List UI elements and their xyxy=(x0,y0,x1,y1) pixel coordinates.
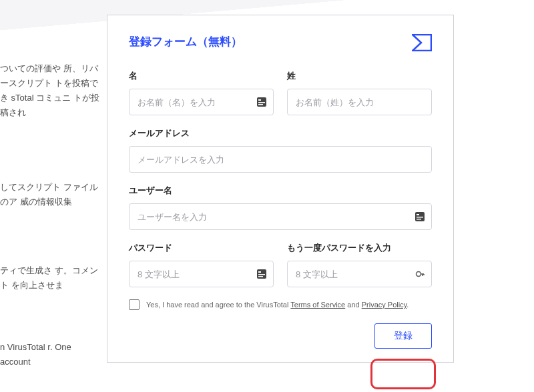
last-name-input[interactable] xyxy=(287,89,432,115)
last-name-group: 姓 xyxy=(287,70,432,115)
virustotal-logo-icon xyxy=(412,34,432,51)
agreement-suffix: . xyxy=(407,301,409,309)
password-confirm-label: もう一度パスワードを入力 xyxy=(287,242,432,254)
submit-button[interactable]: 登録 xyxy=(374,323,432,349)
username-group: ユーザー名 xyxy=(129,185,432,230)
tos-link[interactable]: Terms of Service xyxy=(290,301,345,309)
email-label: メールアドレス xyxy=(129,127,432,139)
password-input[interactable] xyxy=(129,261,274,287)
signup-modal: 登録フォーム（無料） 名 姓 メールアドレス xyxy=(107,15,454,363)
annotation-highlight xyxy=(370,359,436,389)
agreement-row: Yes, I have read and agree to the VirusT… xyxy=(129,299,432,310)
password-confirm-input[interactable] xyxy=(287,261,432,287)
background-text-1: ついての評価や 所、リバースクリプト トを投稿でき sTotal コミュニ トが… xyxy=(0,61,100,120)
password-label: パスワード xyxy=(129,242,274,254)
password-group: パスワード xyxy=(129,242,274,287)
modal-header: 登録フォーム（無料） xyxy=(129,34,432,51)
agreement-prefix: Yes, I have read and agree to the VirusT… xyxy=(146,301,290,309)
actions-row: 登録 xyxy=(129,323,432,349)
agreement-mid: and xyxy=(345,301,361,309)
background-text-2: してスクリプト ファイルのア 威の情報収集 xyxy=(0,180,100,209)
email-group: メールアドレス xyxy=(129,127,432,173)
email-input[interactable] xyxy=(129,146,432,173)
last-name-label: 姓 xyxy=(287,70,432,82)
first-name-input[interactable] xyxy=(129,89,274,115)
first-name-group: 名 xyxy=(129,70,274,115)
privacy-link[interactable]: Privacy Policy xyxy=(362,301,407,309)
username-input[interactable] xyxy=(129,203,432,230)
password-confirm-group: もう一度パスワードを入力 xyxy=(287,242,432,287)
agreement-text: Yes, I have read and agree to the VirusT… xyxy=(146,301,409,309)
username-label: ユーザー名 xyxy=(129,185,432,197)
first-name-label: 名 xyxy=(129,70,274,82)
background-text-3: ティで生成さ す。コメント を向上させま xyxy=(0,263,100,293)
agreement-checkbox[interactable] xyxy=(129,299,140,310)
modal-title: 登録フォーム（無料） xyxy=(129,34,242,49)
background-text-4: n VirusTotal r. One account xyxy=(0,340,100,369)
